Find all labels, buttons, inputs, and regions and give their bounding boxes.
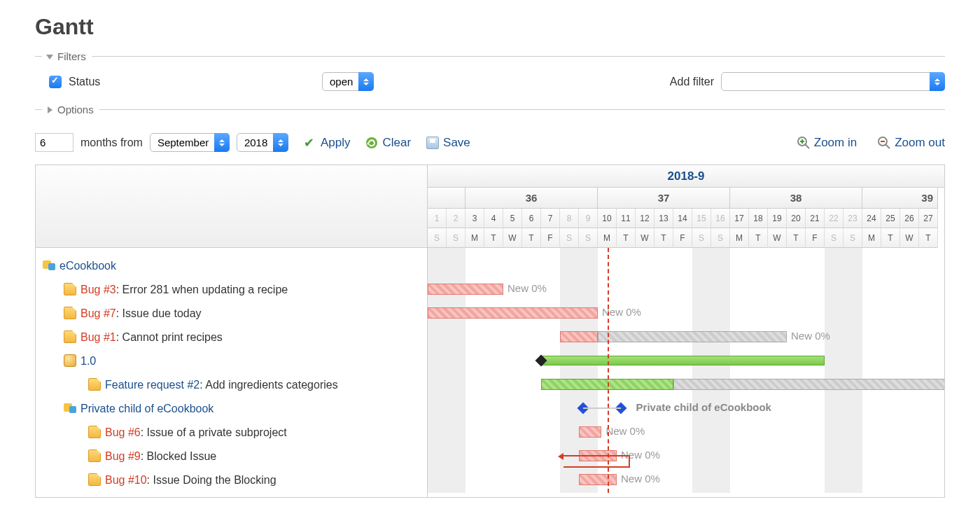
gantt-bar[interactable] (579, 426, 601, 438)
gantt-bar[interactable] (560, 331, 598, 342)
gantt-bar-row (428, 253, 944, 277)
gantt-bar-late (598, 331, 787, 342)
gantt-subject-row[interactable]: Bug #6: Issue of a private subproject (36, 420, 427, 444)
months-from-label: months from (80, 137, 143, 149)
calendar-day-number: 10 (598, 209, 617, 228)
calendar-day-dow: S (447, 228, 465, 248)
calendar-day-number: 24 (862, 209, 881, 228)
calendar-day-dow: T (522, 228, 541, 248)
gantt-subject-row[interactable]: Bug #1: Cannot print recipes (36, 325, 427, 349)
year-select[interactable]: 2018 (237, 133, 288, 152)
calendar-day-number: 6 (522, 209, 541, 228)
gantt-bar[interactable] (579, 474, 617, 485)
clear-label: Clear (382, 136, 411, 150)
zoom-out-button[interactable]: Zoom out (878, 136, 945, 150)
save-label: Save (443, 136, 470, 150)
options-label: Options (57, 104, 94, 116)
calendar-day-number: 9 (579, 209, 598, 228)
gantt-bar-row (428, 372, 944, 396)
gantt-subject-row[interactable]: 1.0 (36, 349, 427, 372)
options-section-header[interactable]: Options (35, 104, 945, 116)
gantt-bar-label: New 0% (791, 330, 830, 342)
gantt-bar-late (673, 379, 944, 390)
gantt-subject-row[interactable]: Bug #7: Issue due today (36, 301, 427, 325)
zoom-in-icon (797, 137, 810, 149)
calendar-day-number: 22 (825, 209, 844, 228)
zoom-in-label: Zoom in (814, 136, 857, 150)
gantt-bar-row: New 0% (428, 468, 944, 491)
calendar-day-dow: W (768, 228, 787, 248)
gantt-bar-label: New 0% (621, 473, 660, 484)
save-button[interactable]: Save (426, 136, 470, 150)
calendar-day-dow: S (825, 228, 844, 248)
gantt-subject-row[interactable]: Bug #3: Error 281 when updating a recipe (36, 277, 427, 301)
zoom-in-button[interactable]: Zoom in (797, 136, 857, 150)
calendar-day-dow: F (673, 228, 692, 248)
filters-section-header[interactable]: Filters (35, 50, 945, 62)
gantt-bar[interactable] (428, 284, 503, 295)
calendar-day-dow: T (919, 228, 938, 248)
gantt-subject-row[interactable]: Private child of eCookbook (36, 396, 427, 420)
calendar-day-dow: S (844, 228, 862, 248)
calendar-week-header: 38 (730, 188, 862, 209)
issue-icon (88, 378, 101, 391)
chevron-right-icon (46, 106, 53, 113)
zoom-out-icon (878, 137, 890, 149)
calendar-day-number: 18 (749, 209, 768, 228)
gantt-timeline[interactable]: 2018-9 36373839 123456789101112131415161… (428, 165, 944, 497)
calendar-day-dow: M (598, 228, 617, 248)
gantt-bar[interactable] (428, 307, 598, 319)
calendar-day-dow: T (881, 228, 900, 248)
calendar-day-number: 21 (806, 209, 825, 228)
gantt-subject-row[interactable]: Feature request #2: Add ingredients cate… (36, 372, 427, 396)
issue-icon (64, 283, 76, 295)
gantt-subjects-column: eCookbookBug #3: Error 281 when updating… (36, 165, 428, 497)
issue-icon (88, 473, 101, 486)
status-filter-checkbox[interactable] (49, 76, 62, 88)
calendar-day-number: 7 (541, 209, 560, 228)
gantt-subject-row[interactable]: Bug #10: Issue Doing the Blocking (36, 468, 427, 491)
version-icon (64, 354, 76, 367)
months-input[interactable] (35, 133, 74, 152)
calendar-day-dow: W (503, 228, 522, 248)
check-icon: ✔ (304, 137, 316, 149)
calendar-week-header: 39 (862, 188, 938, 209)
chevron-down-icon (46, 53, 53, 60)
calendar-day-dow: T (617, 228, 636, 248)
gantt-bar-row: Private child of eCookbook (428, 396, 944, 420)
issue-icon (88, 449, 101, 462)
gantt-bar-label: New 0% (606, 425, 645, 437)
svg-line-2 (805, 144, 809, 148)
calendar-day-dow: T (654, 228, 673, 248)
calendar-week-header: 36 (465, 188, 598, 209)
calendar-day-dow: T (787, 228, 806, 248)
calendar-day-number: 23 (844, 209, 862, 228)
calendar-day-dow: M (730, 228, 749, 248)
svg-line-6 (886, 144, 890, 148)
calendar-day-number: 4 (484, 209, 503, 228)
relation-arrow (564, 455, 630, 468)
gantt-subject-row[interactable]: eCookbook (36, 253, 427, 277)
apply-button[interactable]: ✔ Apply (304, 136, 351, 150)
calendar-day-dow: T (749, 228, 768, 248)
issue-icon (88, 426, 101, 438)
month-select[interactable]: September (150, 133, 230, 152)
today-line (608, 248, 609, 493)
add-filter-select[interactable] (721, 72, 945, 91)
calendar-day-dow: S (711, 228, 730, 248)
calendar-day-dow: S (579, 228, 598, 248)
gantt-bar-row: New 0% (428, 325, 944, 349)
gantt-bar[interactable] (541, 356, 825, 365)
gantt-bar-row (428, 349, 944, 372)
zoom-out-label: Zoom out (895, 136, 945, 150)
gantt-bar-label: New 0% (507, 282, 547, 294)
gantt-bar-label: Private child of eCookbook (636, 401, 771, 413)
calendar-day-number: 14 (673, 209, 692, 228)
calendar-day-dow: W (636, 228, 654, 248)
status-filter-select[interactable]: open (322, 72, 374, 91)
gantt-bar-row: New 0% (428, 420, 944, 444)
clear-button[interactable]: Clear (365, 136, 411, 150)
gantt-subject-row[interactable]: Bug #9: Blocked Issue (36, 444, 427, 468)
calendar-day-dow: W (900, 228, 919, 248)
calendar-day-dow: M (465, 228, 484, 248)
